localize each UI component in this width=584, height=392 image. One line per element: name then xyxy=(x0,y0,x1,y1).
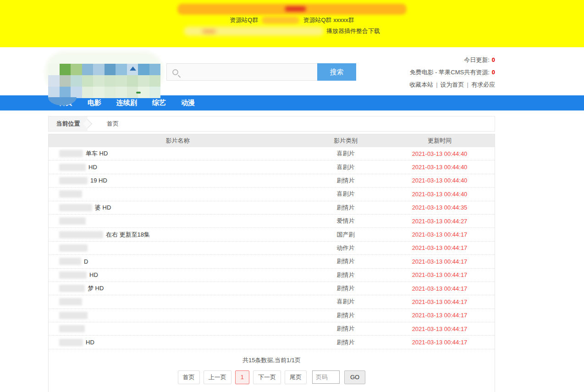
movie-name-cell[interactable] xyxy=(49,312,307,319)
site-header: 搜索 今日更新:0 免费电影 - 苹果CMS共有资源:0 收藏本站|设为首页|有… xyxy=(48,47,495,95)
movie-name-cell[interactable]: 在右 更新至18集 xyxy=(49,231,307,239)
movie-category[interactable]: 剧情片 xyxy=(307,257,385,265)
logo-mosaic-cell xyxy=(60,64,71,75)
logo-mosaic-cell xyxy=(82,87,94,98)
logo-mosaic-cell xyxy=(48,64,60,75)
breadcrumb-home-link[interactable]: 首页 xyxy=(107,120,119,128)
movie-name-cell[interactable]: HD xyxy=(49,164,307,171)
nav-item-综艺[interactable]: 综艺 xyxy=(152,99,166,107)
site-logo[interactable] xyxy=(48,54,160,91)
stat-today-value: 0 xyxy=(492,56,495,63)
breadcrumb: 当前位置 首页 xyxy=(48,116,495,132)
nav-item-电影[interactable]: 电影 xyxy=(88,99,101,107)
movie-category[interactable]: 剧情片 xyxy=(307,204,385,212)
movie-category[interactable]: 剧情片 xyxy=(307,311,385,320)
stat-today-label: 今日更新: xyxy=(464,56,490,63)
movie-category[interactable]: 喜剧片 xyxy=(307,190,385,198)
movie-category[interactable]: 喜剧片 xyxy=(307,163,385,171)
movie-category[interactable]: 剧情片 xyxy=(307,325,385,333)
movie-category[interactable]: 动作片 xyxy=(307,244,385,252)
movie-category[interactable]: 剧情片 xyxy=(307,338,385,347)
movie-name-text: 在右 更新至18集 xyxy=(106,231,150,239)
search-button[interactable]: 搜索 xyxy=(317,63,356,81)
movie-name-cell[interactable] xyxy=(49,190,307,198)
movie-name-text: 梦 HD xyxy=(88,284,104,293)
movie-update-time: 2021-03-13 00:44:40 xyxy=(385,177,495,184)
nav-item-动漫[interactable]: 动漫 xyxy=(181,99,195,107)
redacted-name-blur xyxy=(59,244,88,252)
page-number-input[interactable] xyxy=(312,370,340,384)
movie-category[interactable]: 爱情片 xyxy=(307,217,385,225)
movie-category[interactable]: 喜剧片 xyxy=(307,149,385,158)
table-row: 在右 更新至18集 国产剧 2021-03-13 00:44:17 xyxy=(49,228,495,241)
header-link-3[interactable]: 有求必应 xyxy=(471,81,495,88)
banner-text-right: 资源站Q群 xxxxx群 xyxy=(303,16,354,24)
table-row: 爱情片 2021-03-13 00:44:27 xyxy=(49,215,495,228)
logo-mosaic-cell xyxy=(105,64,116,75)
header-link-2[interactable]: 设为首页 xyxy=(441,81,464,88)
link-separator: | xyxy=(436,81,437,88)
link-separator: | xyxy=(467,81,468,88)
movie-name-cell[interactable]: 梦 HD xyxy=(49,284,307,293)
movie-update-time: 2021-03-13 00:44:27 xyxy=(385,218,495,225)
logo-mosaic-cell xyxy=(105,75,116,87)
page-last-button[interactable]: 尾页 xyxy=(285,370,307,384)
pagination-buttons: 首页 上一页 1 下一页 尾页 GO xyxy=(49,370,495,384)
movie-name-cell[interactable]: 婆 HD xyxy=(49,204,307,212)
movie-name-cell[interactable] xyxy=(49,325,307,332)
column-header-category: 影片类别 xyxy=(307,137,385,145)
movie-update-time: 2021-03-13 00:44:40 xyxy=(385,150,495,157)
movie-category[interactable]: 剧情片 xyxy=(307,284,385,293)
movie-name-cell[interactable] xyxy=(49,298,307,305)
movie-name-cell[interactable]: 19 HD xyxy=(49,177,307,184)
movie-update-time: 2021-03-13 00:44:17 xyxy=(385,312,495,319)
redacted-name-blur xyxy=(59,312,88,319)
page-first-button[interactable]: 首页 xyxy=(178,370,200,384)
movie-name-text: 婆 HD xyxy=(95,204,111,212)
movie-name-text: 19 HD xyxy=(90,177,107,184)
movie-name-text: 单车 HD xyxy=(86,149,108,158)
redacted-name-blur xyxy=(59,231,103,238)
logo-mosaic-cell xyxy=(71,64,82,75)
table-row: 19 HD 剧情片 2021-03-13 00:44:40 xyxy=(49,174,495,188)
nav-item-连续剧[interactable]: 连续剧 xyxy=(116,99,137,107)
table-row: 单车 HD 喜剧片 2021-03-13 00:44:40 xyxy=(49,147,495,160)
movie-category[interactable]: 剧情片 xyxy=(307,271,385,279)
page-go-button[interactable]: GO xyxy=(344,370,365,384)
banner-text-left: 资源站Q群 xyxy=(230,16,258,24)
header-quick-links: 收藏本站|设为首页|有求必应 xyxy=(409,78,495,91)
movie-category[interactable]: 喜剧片 xyxy=(307,298,385,306)
banner-blur-line3 xyxy=(184,27,324,36)
logo-mosaic-cell xyxy=(93,64,105,75)
logo-bird-icon xyxy=(130,66,136,71)
page-next-button[interactable]: 下一页 xyxy=(253,370,281,384)
banner-download-link[interactable]: 播放器插件整合下载 xyxy=(326,27,380,35)
movie-name-cell[interactable]: D xyxy=(49,258,307,265)
logo-mosaic-row xyxy=(48,64,160,75)
banner-line-2: 资源站Q群 资源站Q群 xxxxx群 xyxy=(0,15,584,26)
logo-mosaic-cell xyxy=(93,75,105,87)
logo-mosaic-cell xyxy=(93,87,105,98)
page-current-button[interactable]: 1 xyxy=(235,370,249,384)
movie-name-cell[interactable] xyxy=(49,217,307,225)
redacted-name-blur xyxy=(59,217,86,225)
movie-name-cell[interactable]: HD xyxy=(49,339,307,346)
banner-blur-line2 xyxy=(262,17,299,24)
movie-update-time: 2021-03-13 00:44:17 xyxy=(385,326,495,332)
page-prev-button[interactable]: 上一页 xyxy=(204,370,231,384)
movie-name-text: D xyxy=(84,258,88,265)
redacted-name-blur xyxy=(59,204,92,211)
movie-name-cell[interactable] xyxy=(49,244,307,252)
header-link-1[interactable]: 收藏本站 xyxy=(409,81,433,88)
movie-name-cell[interactable]: HD xyxy=(49,271,307,279)
banner-red-smudge-2 xyxy=(202,30,216,33)
logo-mosaic-cell xyxy=(138,64,149,75)
search-input[interactable] xyxy=(178,64,317,80)
search-input-box[interactable] xyxy=(166,63,317,81)
main-content: 当前位置 首页 影片名称 影片类别 更新时间 单车 HD 喜剧片 2021-03… xyxy=(48,116,495,392)
movie-name-cell[interactable]: 单车 HD xyxy=(49,149,307,158)
movie-category[interactable]: 剧情片 xyxy=(307,177,385,185)
logo-mosaic-cell xyxy=(138,75,149,87)
movie-category[interactable]: 国产剧 xyxy=(307,231,385,239)
redacted-name-blur xyxy=(59,164,86,171)
